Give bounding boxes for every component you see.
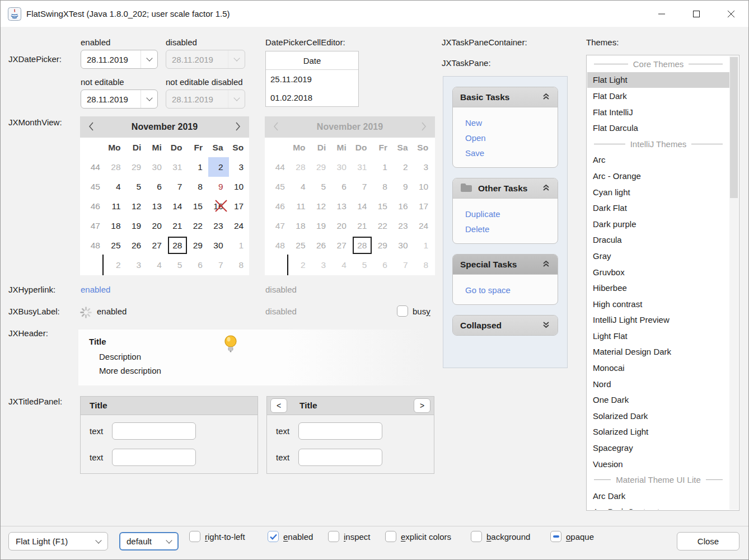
theme-list-item[interactable]: Arc Dark Contrast: [587, 504, 729, 510]
calendar-day[interactable]: 1: [188, 157, 208, 177]
taskpane-action-link[interactable]: Duplicate: [453, 206, 558, 222]
minimize-button-icon[interactable]: [644, 1, 679, 27]
theme-list-item[interactable]: Dracula: [587, 232, 729, 248]
taskpane-action-link[interactable]: Save: [453, 145, 558, 161]
calendar-day[interactable]: 27: [147, 236, 167, 255]
theme-list-item[interactable]: One Dark: [587, 392, 729, 408]
checkbox-box[interactable]: [189, 531, 200, 542]
busy-checkbox[interactable]: busy: [397, 305, 430, 317]
theme-list-item[interactable]: Arc Dark: [587, 488, 729, 504]
calendar-day[interactable]: 16: [208, 196, 229, 216]
theme-list-item[interactable]: Flat Dark: [587, 88, 729, 104]
theme-list-item[interactable]: Gruvbox: [587, 264, 729, 280]
calendar-day[interactable]: 13: [147, 196, 167, 216]
calendar-day[interactable]: 3: [229, 157, 250, 177]
calendar-day[interactable]: 30: [208, 236, 229, 255]
calendar-day[interactable]: 7: [208, 255, 229, 275]
calendar-day[interactable]: 17: [229, 196, 250, 216]
opaque-checkbox[interactable]: opaque: [550, 531, 594, 542]
calendar-day[interactable]: 8: [188, 177, 208, 196]
calendar-day[interactable]: 3: [127, 255, 147, 275]
taskpane-header[interactable]: Collapsed: [453, 316, 558, 335]
checkbox-box[interactable]: [471, 531, 482, 542]
taskpane-action-link[interactable]: Go to space: [453, 283, 558, 298]
calendar-day[interactable]: 25: [106, 236, 127, 255]
calendar-day[interactable]: 24: [229, 216, 250, 236]
datepicker-dropdown-button[interactable]: [141, 50, 157, 68]
theme-list-item[interactable]: Flat Darcula: [587, 120, 729, 136]
datepicker-dropdown-button[interactable]: [141, 90, 157, 108]
calendar-day[interactable]: 22: [188, 216, 208, 236]
calendar-day[interactable]: 5: [127, 177, 147, 196]
calendar-day[interactable]: 23: [208, 216, 229, 236]
text-field[interactable]: [298, 449, 382, 466]
taskpane-header[interactable]: Special Tasks: [453, 255, 558, 274]
calendar-day[interactable]: 31: [167, 157, 188, 177]
enabled-checkbox[interactable]: enabled: [268, 531, 313, 542]
checkbox-box[interactable]: [397, 305, 408, 317]
calendar-day[interactable]: 20: [147, 216, 167, 236]
theme-list-item[interactable]: Spacegray: [587, 440, 729, 456]
text-field[interactable]: [112, 449, 196, 466]
date-table-row[interactable]: 01.02.2018: [266, 88, 358, 107]
background-checkbox[interactable]: background: [471, 531, 530, 542]
explicit-colors-checkbox[interactable]: explicit colors: [385, 531, 451, 542]
theme-list-item[interactable]: Monocai: [587, 360, 729, 376]
checkbox-box[interactable]: [385, 531, 396, 542]
calendar-day[interactable]: 30: [147, 157, 167, 177]
titled-panel-prev-button[interactable]: <: [270, 398, 287, 413]
calendar-day[interactable]: 29: [127, 157, 147, 177]
calendar-day[interactable]: 28: [167, 236, 188, 255]
theme-list-item[interactable]: Gray: [587, 248, 729, 264]
text-field[interactable]: [112, 422, 196, 440]
taskpane-action-link[interactable]: Open: [453, 130, 558, 145]
calendar-day[interactable]: 2: [106, 255, 127, 275]
chevron-double-up-icon[interactable]: [542, 183, 550, 194]
datepicker-value[interactable]: 28.11.2019: [81, 55, 141, 64]
calendar-day[interactable]: 7: [167, 177, 188, 196]
theme-list-item[interactable]: Material Design Dark: [587, 344, 729, 360]
theme-list-item[interactable]: Solarized Dark: [587, 408, 729, 424]
theme-list-item[interactable]: Nord: [587, 376, 729, 392]
titled-panel-next-button[interactable]: >: [414, 398, 430, 413]
theme-list-item[interactable]: Arc - Orange: [587, 168, 729, 184]
checkbox-box[interactable]: [268, 531, 279, 542]
font-size-combo[interactable]: default: [119, 532, 179, 550]
calendar-day[interactable]: 21: [167, 216, 188, 236]
right-to-left-checkbox[interactable]: right-to-left: [189, 531, 245, 542]
calendar-day[interactable]: 18: [106, 216, 127, 236]
chevron-double-down-icon[interactable]: [542, 321, 550, 331]
datepicker-not-editable[interactable]: 28.11.2019: [81, 90, 158, 109]
checkbox-box[interactable]: [550, 531, 561, 542]
themes-scrollbar-thumb[interactable]: [730, 57, 738, 198]
calendar-day[interactable]: 6: [188, 255, 208, 275]
calendar-day[interactable]: 14: [167, 196, 188, 216]
calendar-day[interactable]: 26: [127, 236, 147, 255]
calendar-day[interactable]: 1: [229, 236, 250, 255]
checkbox-box[interactable]: [328, 531, 339, 542]
hyperlink-enabled[interactable]: enabled: [81, 285, 110, 294]
themes-scrollbar[interactable]: [729, 56, 738, 510]
theme-list-item[interactable]: Vuesion: [587, 456, 729, 472]
theme-list-item[interactable]: Solarized Light: [587, 424, 729, 440]
calendar-day[interactable]: 15: [188, 196, 208, 216]
calendar-day[interactable]: 10: [229, 177, 250, 196]
calendar-day[interactable]: 29: [188, 236, 208, 255]
calendar-day[interactable]: 28: [106, 157, 127, 177]
calendar-day[interactable]: 4: [147, 255, 167, 275]
calendar-day[interactable]: 9: [208, 177, 229, 196]
chevron-left-icon[interactable]: [88, 121, 95, 133]
calendar-day[interactable]: 11: [106, 196, 127, 216]
calendar-day[interactable]: 6: [147, 177, 167, 196]
calendar-day[interactable]: 8: [229, 255, 250, 275]
datepicker-enabled[interactable]: 28.11.2019: [81, 50, 158, 69]
theme-list-item[interactable]: Flat IntelliJ: [587, 104, 729, 120]
taskpane-header[interactable]: Other Tasks: [453, 178, 558, 198]
theme-list-item[interactable]: Arc: [587, 152, 729, 168]
maximize-button-icon[interactable]: [679, 1, 714, 27]
date-table-row[interactable]: 25.11.2019: [266, 70, 358, 88]
calendar-day[interactable]: 12: [127, 196, 147, 216]
theme-list-item[interactable]: IntelliJ Light Preview: [587, 312, 729, 328]
theme-list-item[interactable]: Cyan light: [587, 184, 729, 200]
datepicker-value[interactable]: 28.11.2019: [81, 95, 141, 104]
